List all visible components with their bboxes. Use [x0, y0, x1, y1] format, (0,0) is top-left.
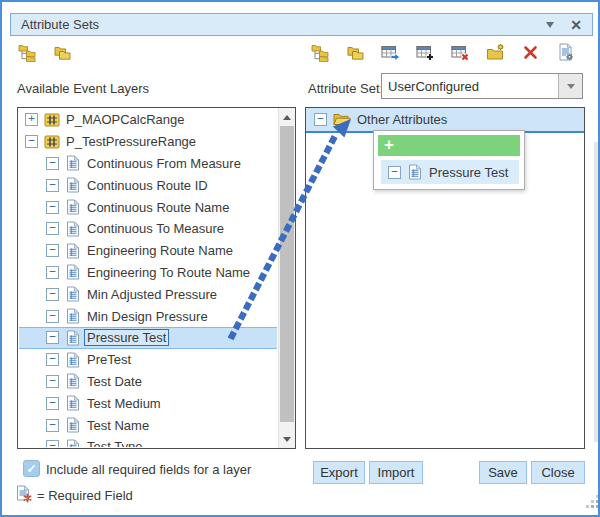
field-icon: [65, 330, 81, 346]
field-icon: [65, 417, 81, 433]
attribute-set-value: UserConfigured: [382, 74, 558, 98]
tree-item-label: PreTest: [87, 352, 131, 367]
dialog-title: Attribute Sets: [21, 17, 546, 32]
tree-item-label: Min Adjusted Pressure: [87, 287, 217, 302]
tree-item[interactable]: −Engineering To Route Name: [19, 262, 277, 284]
toolbar-left: [18, 43, 72, 62]
dragged-item-label: Pressure Test: [429, 165, 508, 180]
expand-toggle-icon[interactable]: −: [46, 201, 59, 214]
tree-item[interactable]: −Min Design Pressure: [19, 305, 277, 327]
expand-toggle-icon[interactable]: −: [46, 331, 59, 344]
tree-item-label: Pressure Test: [84, 329, 169, 346]
event-layer-icon: [44, 134, 60, 150]
field-icon: [65, 155, 81, 171]
field-icon: [65, 177, 81, 193]
go-to-table-icon[interactable]: [381, 43, 400, 62]
tree-item[interactable]: −Pressure Test: [19, 327, 277, 349]
tree-item[interactable]: −P_TestPressureRange: [19, 131, 277, 153]
tree-item-label: P_MAOPCalcRange: [66, 112, 185, 127]
tree-item-label: Test Type: [87, 439, 142, 447]
tree-item[interactable]: −PreTest: [19, 349, 277, 371]
drop-add-indicator: +: [378, 135, 520, 156]
expand-toggle-icon[interactable]: −: [314, 113, 327, 126]
background-artifact: [594, 142, 599, 442]
tree-item[interactable]: −Test Date: [19, 371, 277, 393]
include-required-fields-checkbox[interactable]: ✓: [23, 460, 40, 477]
required-field-legend: = Required Field: [37, 488, 133, 503]
save-button[interactable]: Save: [479, 461, 527, 484]
tree-item-label: Test Name: [87, 418, 149, 433]
available-event-layers-label: Available Event Layers: [17, 81, 149, 96]
close-button[interactable]: Close: [531, 461, 585, 484]
open-folder-icon: [333, 112, 351, 127]
include-required-fields-label: Include all required fields for a layer: [46, 462, 251, 477]
field-icon: [65, 395, 81, 411]
tree-item[interactable]: −Test Medium: [19, 392, 277, 414]
expand-toggle-icon[interactable]: −: [46, 266, 59, 279]
tree-item-label: Engineering Route Name: [87, 243, 233, 258]
scrollbar-thumb[interactable]: [280, 126, 294, 422]
tree-item[interactable]: −Test Name: [19, 414, 277, 436]
attribute-set-tree-icon[interactable]: [311, 43, 330, 62]
expand-attribute-folders-icon[interactable]: [346, 43, 365, 62]
field-icon: [65, 286, 81, 302]
tree-item-label: Continuous Route ID: [87, 178, 208, 193]
tree-item[interactable]: −Engineering Route Name: [19, 240, 277, 262]
tree-item-label: Min Design Pressure: [87, 309, 208, 324]
triangle-down-icon: [283, 437, 291, 446]
export-button[interactable]: Export: [313, 461, 365, 484]
tree-item-label: Continuous To Measure: [87, 221, 224, 236]
tree-item[interactable]: −Continuous From Measure: [19, 153, 277, 175]
scroll-up-button[interactable]: [279, 108, 295, 125]
attribute-set-dropdown-button[interactable]: [558, 74, 582, 98]
delete-attribute-set-icon[interactable]: [521, 43, 540, 62]
tree-item[interactable]: −Continuous Route ID: [19, 174, 277, 196]
close-icon[interactable]: ✕: [570, 18, 582, 32]
new-attribute-set-icon[interactable]: [486, 43, 505, 62]
resize-grip-icon[interactable]: [586, 495, 600, 509]
remove-table-icon[interactable]: [451, 43, 470, 62]
event-layer-tree: +P_MAOPCalcRange−P_TestPressureRange−Con…: [19, 109, 277, 447]
expand-toggle-icon[interactable]: +: [25, 113, 38, 126]
event-layers-tree-icon[interactable]: [18, 43, 37, 62]
field-icon: [407, 164, 423, 180]
expand-toggle-icon[interactable]: −: [46, 179, 59, 192]
expand-toggle-icon[interactable]: −: [25, 135, 38, 148]
tree-item-label: Continuous From Measure: [87, 156, 241, 171]
add-table-icon[interactable]: [416, 43, 435, 62]
tree-item[interactable]: −Continuous Route Name: [19, 196, 277, 218]
tree-item[interactable]: −Min Adjusted Pressure: [19, 283, 277, 305]
field-icon: [65, 221, 81, 237]
configure-attribute-set-icon[interactable]: [556, 43, 575, 62]
expand-toggle-icon[interactable]: −: [46, 440, 59, 447]
expand-toggle-icon[interactable]: −: [46, 157, 59, 170]
attribute-set-combobox[interactable]: UserConfigured: [381, 73, 583, 99]
expand-toggle-icon[interactable]: −: [46, 222, 59, 235]
expand-toggle-icon[interactable]: −: [46, 419, 59, 432]
expand-toggle-icon[interactable]: −: [46, 310, 59, 323]
field-icon: [65, 243, 81, 259]
event-layers-panel: +P_MAOPCalcRange−P_TestPressureRange−Con…: [17, 107, 296, 449]
expand-all-folders-icon[interactable]: [53, 43, 72, 62]
expand-toggle-icon[interactable]: −: [46, 244, 59, 257]
chevron-down-icon: [567, 84, 575, 93]
attribute-sets-dialog: Attribute Sets ✕ Available Event Layers …: [0, 0, 600, 517]
dock-menu-caret-icon[interactable]: [546, 22, 554, 32]
tree-item[interactable]: +P_MAOPCalcRange: [19, 109, 277, 131]
expand-toggle-icon[interactable]: −: [46, 353, 59, 366]
field-icon: [65, 199, 81, 215]
import-button[interactable]: Import: [369, 461, 423, 484]
attribute-set-label: Attribute Set:: [308, 81, 383, 96]
expand-toggle-icon[interactable]: −: [46, 397, 59, 410]
event-layer-icon: [44, 112, 60, 128]
drag-preview: + − Pressure Test: [373, 130, 525, 190]
scroll-down-button[interactable]: [279, 431, 295, 448]
tree-item-label: Continuous Route Name: [87, 200, 229, 215]
tree-item-label: Engineering To Route Name: [87, 265, 250, 280]
expand-toggle-icon[interactable]: −: [46, 375, 59, 388]
tree-item[interactable]: −Continuous To Measure: [19, 218, 277, 240]
expand-toggle-icon[interactable]: −: [46, 288, 59, 301]
toolbar-right: [311, 43, 575, 62]
tree-item[interactable]: −Test Type: [19, 436, 277, 447]
tree-scrollbar[interactable]: [278, 108, 295, 448]
